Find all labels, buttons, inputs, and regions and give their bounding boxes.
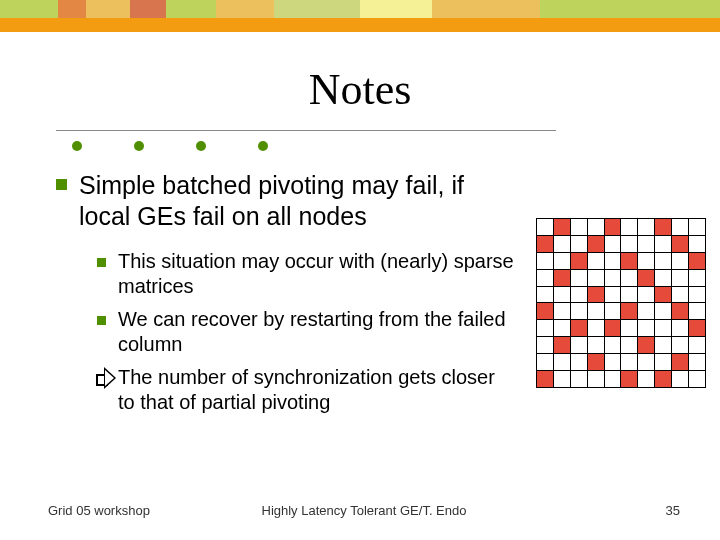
bullet-level-2: This situation may occur with (nearly) s… — [96, 249, 516, 299]
square-bullet-icon — [96, 309, 118, 357]
decorative-dot — [72, 141, 82, 151]
header-image-strip — [0, 0, 720, 18]
bullet-level-1: Simple batched pivoting may fail, if loc… — [56, 170, 516, 233]
square-bullet-icon — [56, 179, 67, 190]
footer-center: Highly Latency Tolerant GE/T. Endo — [48, 503, 680, 518]
sub-bullet-list: This situation may occur with (nearly) s… — [96, 249, 516, 415]
decorative-dot — [196, 141, 206, 151]
square-bullet-icon — [96, 251, 118, 299]
bullet-level-2: We can recover by restarting from the fa… — [96, 307, 516, 357]
slide-title: Notes — [0, 64, 720, 115]
title-underline — [56, 130, 556, 131]
bullet-text: The number of synchronization gets close… — [118, 365, 516, 415]
arrow-right-icon — [96, 367, 118, 415]
slide: Notes Simple batched pivoting may fail, … — [0, 0, 720, 540]
header-accent-bar — [0, 18, 720, 32]
decorative-dot — [258, 141, 268, 151]
body-content: Simple batched pivoting may fail, if loc… — [56, 170, 516, 423]
top-decoration-bar — [0, 0, 720, 32]
bullet-text: We can recover by restarting from the fa… — [118, 307, 516, 357]
sparse-matrix-diagram — [536, 218, 706, 388]
bullet-text: This situation may occur with (nearly) s… — [118, 249, 516, 299]
bullet-text: Simple batched pivoting may fail, if loc… — [79, 170, 516, 233]
footer: Grid 05 workshop Highly Latency Tolerant… — [48, 503, 680, 518]
decorative-dot — [134, 141, 144, 151]
bullet-level-2: The number of synchronization gets close… — [96, 365, 516, 415]
